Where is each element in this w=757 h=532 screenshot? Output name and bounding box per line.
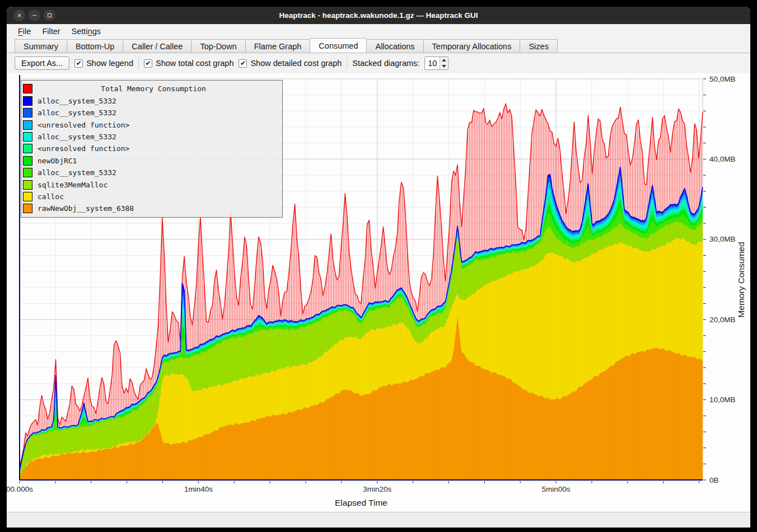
stepper-down-button[interactable] xyxy=(440,63,448,69)
legend-item: newObjRC1 xyxy=(23,156,281,166)
y-tick-label: 30,0MB xyxy=(709,235,736,243)
y-tick-label: 40,0MB xyxy=(709,155,736,163)
tab-bottom-up[interactable]: Bottom-Up xyxy=(67,39,123,53)
window-controls: × − xyxy=(13,7,55,24)
minimize-icon: − xyxy=(32,12,37,19)
legend-swatch-icon xyxy=(23,144,32,153)
chevron-up-icon xyxy=(442,59,446,62)
legend-label: <unresolved function> xyxy=(38,144,129,153)
tab-caller-callee[interactable]: Caller / Callee xyxy=(123,39,191,53)
y-tick-label: 20,0MB xyxy=(709,316,736,324)
legend-item: <unresolved function> xyxy=(23,144,281,153)
legend-item: calloc xyxy=(23,192,281,201)
checkbox-icon: ✔ xyxy=(239,59,247,68)
legend-swatch-icon xyxy=(23,156,32,166)
checkbox-show-detailed-cost-graph[interactable]: ✔Show detailed cost graph xyxy=(239,59,342,68)
close-button[interactable]: × xyxy=(13,10,25,21)
y-tick-label: 50,0MB xyxy=(709,75,736,83)
legend-label: calloc xyxy=(38,192,64,201)
stacked-diagrams-stepper[interactable]: 10 xyxy=(424,57,448,70)
tab-summary[interactable]: Summary xyxy=(15,39,67,53)
menu-settings[interactable]: Settings xyxy=(66,26,106,37)
toolbar: Export As... ✔Show legend✔Show total cos… xyxy=(7,53,750,73)
tab-bar: SummaryBottom-UpCaller / CalleeTop-DownF… xyxy=(7,38,750,53)
legend-swatch-icon xyxy=(23,180,32,190)
y-axis-title: Memory Consumed xyxy=(736,242,746,317)
stacked-diagrams-label: Stacked diagrams: xyxy=(352,59,419,68)
y-tick-label: 0B xyxy=(709,476,719,484)
checkbox-show-total-cost-graph[interactable]: ✔Show total cost graph xyxy=(144,59,233,68)
x-tick-label: 1min40s xyxy=(184,485,213,493)
legend-swatch-icon xyxy=(23,84,32,93)
legend-swatch-icon xyxy=(23,132,32,142)
export-as-button[interactable]: Export As... xyxy=(15,57,69,70)
legend-label: Total Memory Consumption xyxy=(38,84,281,93)
toolbar-separator xyxy=(347,57,347,69)
menu-filter[interactable]: Filter xyxy=(36,26,66,37)
legend-item: alloc__system_5332 xyxy=(23,96,281,106)
checkbox-icon: ✔ xyxy=(74,59,83,68)
legend-item: alloc__system_5332 xyxy=(23,108,281,117)
legend-item: <unresolved function> xyxy=(23,120,281,130)
y-tick-label: 10,0MB xyxy=(709,396,736,404)
chart-legend: Total Memory Consumptionalloc__system_53… xyxy=(21,80,283,218)
legend-label: newObjRC1 xyxy=(38,157,77,165)
x-tick-label: 5min00s xyxy=(542,485,571,493)
status-bar xyxy=(7,512,750,528)
legend-label: alloc__system_5332 xyxy=(38,109,116,117)
tab-temporary-allocations[interactable]: Temporary Allocations xyxy=(423,39,520,53)
x-tick-label: 3min20s xyxy=(363,485,391,493)
menu-file[interactable]: File xyxy=(12,26,36,37)
menubar: FileFilterSettings xyxy=(7,24,750,38)
checkbox-label: Show detailed cost graph xyxy=(250,59,342,68)
legend-title-row: Total Memory Consumption xyxy=(23,84,281,93)
legend-swatch-icon xyxy=(23,96,32,106)
checkbox-icon: ✔ xyxy=(144,59,152,68)
legend-label: <unresolved function> xyxy=(38,121,129,129)
tab-top-down[interactable]: Top-Down xyxy=(191,39,245,53)
tab-flame-graph[interactable]: Flame Graph xyxy=(245,39,310,53)
legend-label: sqlite3MemMalloc xyxy=(38,181,108,189)
consumed-chart-area: 00.000s1min40s3min20s5min00s0B10,0MB20,0… xyxy=(7,73,750,512)
stepper-up-button[interactable] xyxy=(440,57,448,63)
legend-label: alloc__system_5332 xyxy=(38,97,116,105)
tab-consumed[interactable]: Consumed xyxy=(310,38,367,53)
app-window: × − Heaptrack - heaptrack.wakunode.1.gz … xyxy=(7,7,750,528)
tab-allocations[interactable]: Allocations xyxy=(367,39,423,53)
legend-label: alloc__system_5332 xyxy=(38,168,116,177)
window-title: Heaptrack - heaptrack.wakunode.1.gz — He… xyxy=(7,11,750,20)
stepper-arrows[interactable] xyxy=(440,57,448,69)
legend-label: rawNewObj__system_6388 xyxy=(38,204,134,213)
legend-item: alloc__system_5332 xyxy=(23,132,281,142)
legend-label: alloc__system_5332 xyxy=(38,133,116,141)
chevron-down-icon xyxy=(442,65,446,68)
close-icon: × xyxy=(17,12,22,19)
maximize-icon xyxy=(48,13,52,17)
maximize-button[interactable] xyxy=(44,10,55,21)
legend-swatch-icon xyxy=(23,108,32,117)
legend-swatch-icon xyxy=(23,120,32,130)
x-tick-label: 00.000s xyxy=(7,485,33,493)
checkbox-label: Show legend xyxy=(86,59,133,68)
stacked-diagrams-value: 10 xyxy=(425,57,440,69)
legend-item: alloc__system_5332 xyxy=(23,168,281,177)
checkbox-label: Show total cost graph xyxy=(156,59,233,68)
legend-item: sqlite3MemMalloc xyxy=(23,180,281,190)
x-axis-title: Elapsed Time xyxy=(335,498,387,507)
minimize-button[interactable]: − xyxy=(29,10,40,21)
checkbox-show-legend[interactable]: ✔Show legend xyxy=(74,59,133,68)
toolbar-separator xyxy=(138,57,139,69)
titlebar[interactable]: × − Heaptrack - heaptrack.wakunode.1.gz … xyxy=(7,7,750,24)
legend-swatch-icon xyxy=(23,192,32,201)
tab-sizes[interactable]: Sizes xyxy=(520,39,557,53)
legend-swatch-icon xyxy=(23,168,32,177)
legend-swatch-icon xyxy=(23,204,32,213)
legend-item: rawNewObj__system_6388 xyxy=(23,204,281,213)
